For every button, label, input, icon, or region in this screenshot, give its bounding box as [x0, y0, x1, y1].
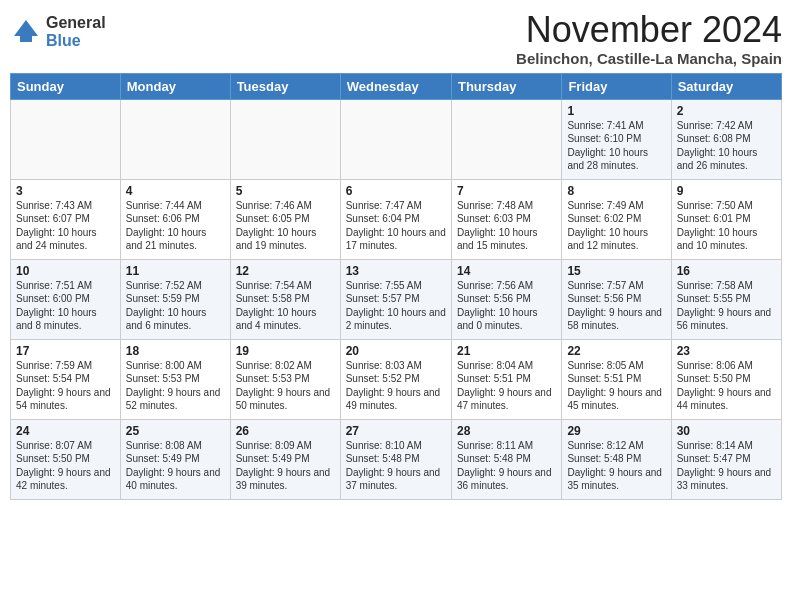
day-info: Sunrise: 7:42 AM Sunset: 6:08 PM Dayligh… — [677, 120, 758, 172]
month-title: November 2024 — [516, 10, 782, 50]
day-info: Sunrise: 7:55 AM Sunset: 5:57 PM Dayligh… — [346, 280, 446, 332]
day-info: Sunrise: 8:12 AM Sunset: 5:48 PM Dayligh… — [567, 440, 662, 492]
header-thursday: Thursday — [451, 73, 561, 99]
day-cell — [120, 99, 230, 179]
day-cell: 25Sunrise: 8:08 AM Sunset: 5:49 PM Dayli… — [120, 419, 230, 499]
day-number: 17 — [16, 344, 115, 358]
day-number: 21 — [457, 344, 556, 358]
day-number: 8 — [567, 184, 665, 198]
svg-rect-1 — [20, 36, 32, 42]
day-cell: 5Sunrise: 7:46 AM Sunset: 6:05 PM Daylig… — [230, 179, 340, 259]
day-number: 30 — [677, 424, 776, 438]
day-cell: 28Sunrise: 8:11 AM Sunset: 5:48 PM Dayli… — [451, 419, 561, 499]
day-info: Sunrise: 8:09 AM Sunset: 5:49 PM Dayligh… — [236, 440, 331, 492]
day-cell: 12Sunrise: 7:54 AM Sunset: 5:58 PM Dayli… — [230, 259, 340, 339]
logo-icon — [10, 16, 42, 48]
day-cell: 23Sunrise: 8:06 AM Sunset: 5:50 PM Dayli… — [671, 339, 781, 419]
day-cell: 29Sunrise: 8:12 AM Sunset: 5:48 PM Dayli… — [562, 419, 671, 499]
day-number: 20 — [346, 344, 446, 358]
day-cell — [340, 99, 451, 179]
day-cell: 24Sunrise: 8:07 AM Sunset: 5:50 PM Dayli… — [11, 419, 121, 499]
svg-marker-0 — [14, 20, 38, 36]
day-cell: 1Sunrise: 7:41 AM Sunset: 6:10 PM Daylig… — [562, 99, 671, 179]
day-info: Sunrise: 8:14 AM Sunset: 5:47 PM Dayligh… — [677, 440, 772, 492]
day-cell: 8Sunrise: 7:49 AM Sunset: 6:02 PM Daylig… — [562, 179, 671, 259]
week-row-3: 10Sunrise: 7:51 AM Sunset: 6:00 PM Dayli… — [11, 259, 782, 339]
day-cell: 18Sunrise: 8:00 AM Sunset: 5:53 PM Dayli… — [120, 339, 230, 419]
day-cell: 10Sunrise: 7:51 AM Sunset: 6:00 PM Dayli… — [11, 259, 121, 339]
header-sunday: Sunday — [11, 73, 121, 99]
day-info: Sunrise: 7:59 AM Sunset: 5:54 PM Dayligh… — [16, 360, 111, 412]
day-cell: 6Sunrise: 7:47 AM Sunset: 6:04 PM Daylig… — [340, 179, 451, 259]
day-info: Sunrise: 8:02 AM Sunset: 5:53 PM Dayligh… — [236, 360, 331, 412]
day-info: Sunrise: 8:11 AM Sunset: 5:48 PM Dayligh… — [457, 440, 552, 492]
day-cell: 17Sunrise: 7:59 AM Sunset: 5:54 PM Dayli… — [11, 339, 121, 419]
day-number: 4 — [126, 184, 225, 198]
header-friday: Friday — [562, 73, 671, 99]
day-info: Sunrise: 8:05 AM Sunset: 5:51 PM Dayligh… — [567, 360, 662, 412]
day-info: Sunrise: 8:08 AM Sunset: 5:49 PM Dayligh… — [126, 440, 221, 492]
location: Belinchon, Castille-La Mancha, Spain — [516, 50, 782, 67]
day-info: Sunrise: 7:56 AM Sunset: 5:56 PM Dayligh… — [457, 280, 538, 332]
day-info: Sunrise: 7:50 AM Sunset: 6:01 PM Dayligh… — [677, 200, 758, 252]
header-monday: Monday — [120, 73, 230, 99]
logo-general: General — [46, 14, 106, 32]
day-number: 14 — [457, 264, 556, 278]
day-cell: 30Sunrise: 8:14 AM Sunset: 5:47 PM Dayli… — [671, 419, 781, 499]
day-cell: 4Sunrise: 7:44 AM Sunset: 6:06 PM Daylig… — [120, 179, 230, 259]
logo-text: General Blue — [46, 14, 106, 49]
day-cell: 3Sunrise: 7:43 AM Sunset: 6:07 PM Daylig… — [11, 179, 121, 259]
day-number: 7 — [457, 184, 556, 198]
day-number: 28 — [457, 424, 556, 438]
week-row-1: 1Sunrise: 7:41 AM Sunset: 6:10 PM Daylig… — [11, 99, 782, 179]
day-info: Sunrise: 7:52 AM Sunset: 5:59 PM Dayligh… — [126, 280, 207, 332]
day-info: Sunrise: 7:43 AM Sunset: 6:07 PM Dayligh… — [16, 200, 97, 252]
week-row-4: 17Sunrise: 7:59 AM Sunset: 5:54 PM Dayli… — [11, 339, 782, 419]
day-info: Sunrise: 7:54 AM Sunset: 5:58 PM Dayligh… — [236, 280, 317, 332]
day-info: Sunrise: 7:44 AM Sunset: 6:06 PM Dayligh… — [126, 200, 207, 252]
day-info: Sunrise: 7:58 AM Sunset: 5:55 PM Dayligh… — [677, 280, 772, 332]
day-number: 24 — [16, 424, 115, 438]
calendar-table: SundayMondayTuesdayWednesdayThursdayFrid… — [10, 73, 782, 500]
day-cell: 13Sunrise: 7:55 AM Sunset: 5:57 PM Dayli… — [340, 259, 451, 339]
day-cell: 16Sunrise: 7:58 AM Sunset: 5:55 PM Dayli… — [671, 259, 781, 339]
week-row-2: 3Sunrise: 7:43 AM Sunset: 6:07 PM Daylig… — [11, 179, 782, 259]
logo-blue: Blue — [46, 32, 106, 50]
day-info: Sunrise: 8:06 AM Sunset: 5:50 PM Dayligh… — [677, 360, 772, 412]
day-number: 26 — [236, 424, 335, 438]
day-cell: 19Sunrise: 8:02 AM Sunset: 5:53 PM Dayli… — [230, 339, 340, 419]
calendar-header: SundayMondayTuesdayWednesdayThursdayFrid… — [11, 73, 782, 99]
day-number: 18 — [126, 344, 225, 358]
header-wednesday: Wednesday — [340, 73, 451, 99]
day-cell: 26Sunrise: 8:09 AM Sunset: 5:49 PM Dayli… — [230, 419, 340, 499]
day-number: 5 — [236, 184, 335, 198]
day-info: Sunrise: 7:49 AM Sunset: 6:02 PM Dayligh… — [567, 200, 648, 252]
day-number: 15 — [567, 264, 665, 278]
day-number: 23 — [677, 344, 776, 358]
day-info: Sunrise: 7:57 AM Sunset: 5:56 PM Dayligh… — [567, 280, 662, 332]
day-cell: 11Sunrise: 7:52 AM Sunset: 5:59 PM Dayli… — [120, 259, 230, 339]
day-number: 2 — [677, 104, 776, 118]
day-number: 6 — [346, 184, 446, 198]
header-row: SundayMondayTuesdayWednesdayThursdayFrid… — [11, 73, 782, 99]
title-area: November 2024 Belinchon, Castille-La Man… — [516, 10, 782, 67]
day-number: 19 — [236, 344, 335, 358]
day-info: Sunrise: 7:47 AM Sunset: 6:04 PM Dayligh… — [346, 200, 446, 252]
day-cell: 7Sunrise: 7:48 AM Sunset: 6:03 PM Daylig… — [451, 179, 561, 259]
day-number: 29 — [567, 424, 665, 438]
day-number: 16 — [677, 264, 776, 278]
calendar-body: 1Sunrise: 7:41 AM Sunset: 6:10 PM Daylig… — [11, 99, 782, 499]
day-number: 13 — [346, 264, 446, 278]
day-cell: 2Sunrise: 7:42 AM Sunset: 6:08 PM Daylig… — [671, 99, 781, 179]
day-info: Sunrise: 8:10 AM Sunset: 5:48 PM Dayligh… — [346, 440, 441, 492]
day-number: 11 — [126, 264, 225, 278]
day-info: Sunrise: 8:03 AM Sunset: 5:52 PM Dayligh… — [346, 360, 441, 412]
header-saturday: Saturday — [671, 73, 781, 99]
day-number: 9 — [677, 184, 776, 198]
week-row-5: 24Sunrise: 8:07 AM Sunset: 5:50 PM Dayli… — [11, 419, 782, 499]
day-info: Sunrise: 7:48 AM Sunset: 6:03 PM Dayligh… — [457, 200, 538, 252]
header-tuesday: Tuesday — [230, 73, 340, 99]
day-info: Sunrise: 7:46 AM Sunset: 6:05 PM Dayligh… — [236, 200, 317, 252]
day-cell: 27Sunrise: 8:10 AM Sunset: 5:48 PM Dayli… — [340, 419, 451, 499]
day-number: 3 — [16, 184, 115, 198]
